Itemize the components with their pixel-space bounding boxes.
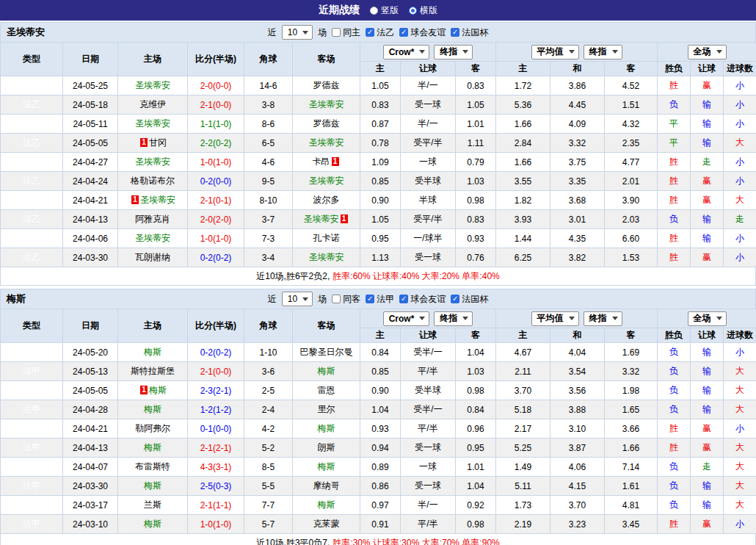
home-team-name: 阿雅克肖 [135, 214, 170, 224]
cup-filter-checkbox[interactable]: 法国杯 [451, 26, 488, 39]
eu-away-odds-cell: 4.81 [605, 496, 658, 515]
same-home-checkbox[interactable]: 同主 [332, 26, 360, 39]
bookmaker-select[interactable]: Crow* [383, 45, 430, 59]
away-team-name: 巴黎圣日尔曼 [300, 347, 353, 357]
friendly-filter-checkbox[interactable]: 球会友谊 [399, 293, 446, 306]
euro-stage-select[interactable]: 终指 [584, 45, 622, 59]
team-name: 圣埃蒂安 [1, 26, 45, 39]
corner-cell: 2-4 [244, 400, 293, 419]
col-header-asia-line: 让球 [401, 62, 456, 76]
goals-result-value: 小 [735, 347, 744, 357]
league-cell: 法乙 [1, 95, 63, 115]
away-team-cell: 巴黎圣日尔曼 [293, 343, 360, 362]
date-cell: 24-05-20 [63, 343, 118, 362]
matches-table: 类型 日期 主场 比分(半场) 角球 客场 Crow* 终指 [0, 308, 756, 534]
eu-draw-odds-cell: 3.86 [550, 76, 605, 95]
eu-draw-odds-cell: 3.01 [550, 210, 605, 229]
away-team-cell: 摩纳哥 [293, 477, 360, 496]
home-team-name: 克维伊 [139, 99, 166, 109]
checkbox-checked-icon [451, 295, 459, 303]
handicap-result-value: 输 [702, 233, 711, 243]
match-count-select[interactable]: 10 [282, 25, 313, 40]
asia-stage-select[interactable]: 终指 [434, 45, 473, 59]
asia-stage-value: 终指 [440, 46, 457, 58]
handicap-result-cell: 赢 [691, 191, 724, 210]
red-card-badge: 1 [332, 157, 339, 166]
eu-draw-odds-cell: 3.10 [550, 419, 605, 438]
goals-result-cell: 小 [724, 515, 756, 534]
handicap-result-value: 赢 [702, 252, 711, 262]
col-header-date: 日期 [63, 309, 118, 343]
euro-source-select[interactable]: 平均值 [531, 45, 579, 59]
match-row: 法甲 24-05-20 梅斯 0-2(0-2) 1-10 巴黎圣日尔曼 0.84… [1, 343, 756, 362]
radio-horizontal-layout[interactable]: 横版 [409, 4, 437, 17]
date-cell: 24-05-05 [63, 381, 118, 400]
friendly-filter-checkbox[interactable]: 球会友谊 [399, 26, 446, 39]
eu-home-odds-cell: 2.19 [496, 515, 550, 534]
eu-home-odds-cell: 5.36 [496, 95, 550, 115]
col-header-asia-home: 主 [360, 328, 401, 343]
result-cell: 负 [658, 381, 691, 400]
date-cell: 24-05-05 [63, 134, 118, 153]
home-team-cell: 阿雅克肖 [118, 210, 188, 229]
away-team-cell: 梅斯 [293, 496, 360, 515]
radio-vertical-layout[interactable]: 竖版 [370, 4, 399, 17]
asia-away-odds-cell: 0.98 [456, 381, 496, 400]
home-team-cell: 勒阿弗尔 [118, 419, 188, 438]
asia-away-odds-cell: 1.05 [456, 95, 496, 115]
home-team-cell: 布雷斯特 [118, 458, 188, 477]
bookmaker-select[interactable]: Crow* [383, 311, 430, 326]
same-away-checkbox[interactable]: 同客 [332, 293, 360, 306]
away-team-name: 克莱蒙 [313, 519, 340, 529]
league-cell: 法乙 [1, 191, 63, 210]
score-value: 2-1(0-1) [200, 195, 232, 206]
date-cell: 24-04-24 [63, 172, 118, 191]
league-filter-checkbox[interactable]: 法乙 [366, 26, 394, 39]
col-header-handicap: 让球 [691, 328, 724, 343]
score-value: 2-1(0-0) [200, 367, 232, 377]
eu-draw-odds-cell: 4.35 [550, 229, 605, 248]
scope-select[interactable]: 全场 [688, 311, 727, 326]
match-count-select[interactable]: 10 [282, 292, 313, 306]
euro-source-select[interactable]: 平均值 [531, 311, 579, 326]
result-value: 胜 [669, 252, 678, 262]
summary-stats: 胜率:60% 让球率:40% 大率:20% 单率:40% [332, 270, 499, 283]
away-team-cell: 克莱蒙 [293, 515, 360, 534]
scope-select[interactable]: 全场 [688, 45, 727, 59]
handicap-result-value: 输 [702, 99, 711, 109]
cup-filter-checkbox[interactable]: 法国杯 [451, 293, 488, 306]
handicap-result-cell: 赢 [691, 248, 724, 267]
home-team-cell: 圣埃蒂安 [118, 115, 188, 134]
asia-stage-select[interactable]: 终指 [434, 311, 473, 326]
match-row: 法甲 24-03-10 梅斯 1-0(1-0) 5-7 克莱蒙 0.91 平/半… [1, 515, 756, 534]
result-value: 负 [669, 99, 678, 109]
goals-result-value: 大 [735, 442, 744, 452]
home-team-cell: 克维伊 [118, 95, 188, 115]
league-cell: 法甲 [1, 343, 63, 362]
league-cell: 法甲 [1, 400, 63, 419]
home-team-cell: 1梅斯 [118, 381, 188, 400]
scope-value: 全场 [694, 312, 711, 325]
goals-result-cell: 大 [724, 191, 756, 210]
home-team-name: 梅斯 [144, 347, 161, 357]
euro-odds-header: 平均值 终指 [496, 43, 658, 62]
goals-result-cell: 大 [724, 438, 756, 458]
match-row: 法甲 24-04-07 布雷斯特 4-3(3-1) 8-5 梅斯 0.89 一球… [1, 458, 756, 477]
handicap-result-cell: 输 [691, 477, 724, 496]
friendly-filter-label: 球会友谊 [410, 293, 446, 306]
home-team-name: 勒阿弗尔 [135, 423, 170, 433]
asia-away-odds-cell: 0.95 [456, 438, 496, 458]
asia-line-cell: 半球 [401, 191, 456, 210]
away-team-name: 圣埃蒂安 [309, 137, 344, 148]
asia-line-cell: 平/半 [401, 362, 456, 381]
euro-stage-select[interactable]: 终指 [584, 311, 622, 326]
home-team-cell: 圣埃蒂安 [118, 229, 188, 248]
score-value: 2-0(2-0) [200, 214, 232, 225]
eu-away-odds-cell: 1.69 [605, 343, 658, 362]
result-cell: 胜 [658, 515, 691, 534]
league-filter-checkbox[interactable]: 法甲 [366, 293, 394, 306]
corner-cell: 7-7 [244, 496, 293, 515]
goals-result-value: 小 [735, 99, 744, 109]
score-value: 2-5(0-3) [200, 481, 232, 491]
handicap-result-cell: 输 [691, 95, 724, 115]
